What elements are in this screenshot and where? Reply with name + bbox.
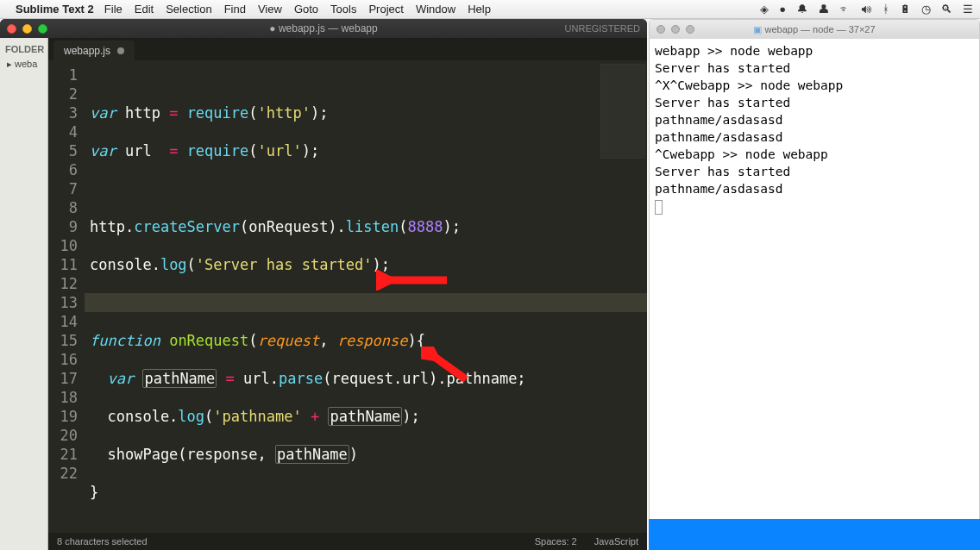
menu-file[interactable]: File [104,3,122,16]
search-icon[interactable]: 🔍︎ [941,3,952,16]
terminal-window: ▣ webapp — node — 37×27 webapp >> node w… [649,19,980,536]
sublime-window: ● webapp.js — webapp UNREGISTERED FOLDER… [0,19,647,550]
clock-icon[interactable]: ◷ [921,3,931,16]
menu-project[interactable]: Project [368,3,403,16]
menu-tools[interactable]: Tools [330,3,356,16]
drive-icon[interactable]: ◈ [760,3,769,16]
status-language[interactable]: JavaScript [594,536,638,547]
wifi-icon[interactable]: ᯤ [839,3,851,16]
dirty-indicator-icon [117,47,124,54]
sidebar-folder[interactable]: ▸ weba [0,57,47,72]
menubar-status-icons: ◈ ● 🔔︎ 👤︎ ᯤ 🔊︎ ᚼ 🔋︎ ◷ 🔍︎ ☰ [760,3,973,16]
menu-icon[interactable]: ☰ [963,3,973,16]
menu-window[interactable]: Window [416,3,455,16]
menu-edit[interactable]: Edit [135,3,154,16]
terminal-output[interactable]: webapp >> node webapp Server has started… [650,39,979,535]
menu-help[interactable]: Help [468,3,491,16]
mac-menubar: Sublime Text 2 File Edit Selection Find … [0,0,980,19]
terminal-cursor [655,200,663,215]
menu-view[interactable]: View [258,3,282,16]
status-bar: 8 characters selected Spaces: 2 JavaScri… [48,533,647,550]
code-editor[interactable]: 12345678910111213141516171819202122 var … [48,60,647,533]
tab-bar: webapp.js [48,38,647,60]
arrow-annotation-icon [421,309,544,422]
bell-icon[interactable]: 🔔︎ [796,3,807,16]
status-spaces[interactable]: Spaces: 2 [535,536,577,547]
menu-goto[interactable]: Goto [294,3,318,16]
sublime-titlebar[interactable]: ● webapp.js — webapp UNREGISTERED [0,19,647,38]
app-name[interactable]: Sublime Text 2 [16,3,94,16]
dock-area [649,519,980,550]
terminal-title: ▣ webapp — node — 37×27 [650,24,979,35]
menu-find[interactable]: Find [224,3,246,16]
line-gutter: 12345678910111213141516171819202122 [48,60,85,533]
status-selection: 8 characters selected [57,536,148,547]
sidebar[interactable]: FOLDER ▸ weba [0,38,48,550]
tab-webapp[interactable]: webapp.js [53,41,135,60]
svg-line-1 [430,353,466,379]
folder-icon: ▣ [753,24,764,34]
dot-icon[interactable]: ● [779,3,786,16]
sidebar-header: FOLDER [0,41,47,57]
volume-icon[interactable]: 🔊︎ [861,3,872,16]
user-icon[interactable]: 👤︎ [818,3,829,16]
tab-label: webapp.js [64,45,110,57]
menu-selection[interactable]: Selection [166,3,211,16]
window-title: ● webapp.js — webapp [0,22,647,34]
code-content[interactable]: var http = require('http'); var url = re… [85,60,647,533]
battery-icon[interactable]: 🔋︎ [900,3,911,16]
bluetooth-icon[interactable]: ᚼ [883,3,889,16]
terminal-titlebar[interactable]: ▣ webapp — node — 37×27 [650,20,979,39]
